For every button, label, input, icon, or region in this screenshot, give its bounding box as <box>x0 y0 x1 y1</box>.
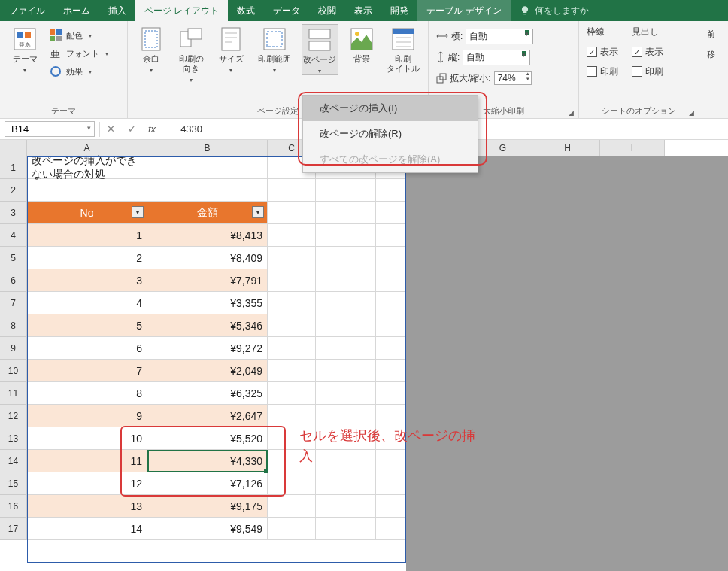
menu-remove-break[interactable]: 改ページの解除(R) <box>303 121 478 147</box>
cell[interactable]: 7 <box>27 360 147 382</box>
cell[interactable] <box>268 292 316 314</box>
tab-data[interactable]: データ <box>264 0 309 21</box>
cell[interactable]: 11 <box>27 450 147 472</box>
col-header-I[interactable]: I <box>600 140 665 156</box>
cell[interactable]: ¥2,647 <box>147 405 268 427</box>
scale-field[interactable]: 拡大/縮小: 74% <box>436 69 532 87</box>
width-field[interactable]: 横: 自動 <box>436 27 533 45</box>
height-field[interactable]: 縦: 自動 <box>436 48 530 66</box>
row-header[interactable]: 4 <box>0 224 27 247</box>
launcher-icon[interactable]: ◢ <box>569 109 574 117</box>
width-value[interactable]: 自動 <box>466 29 533 44</box>
cell[interactable] <box>316 314 376 337</box>
cell[interactable] <box>316 495 376 518</box>
row-header[interactable]: 12 <box>0 405 27 427</box>
cell[interactable] <box>268 518 316 540</box>
colors-button[interactable]: 配色▾ <box>50 27 108 44</box>
cell[interactable] <box>268 179 316 202</box>
cell[interactable]: ¥4,330 <box>147 450 268 472</box>
height-value[interactable]: 自動 <box>463 50 530 65</box>
tab-formulas[interactable]: 数式 <box>228 0 264 21</box>
cell[interactable] <box>268 495 316 518</box>
cell[interactable] <box>316 360 376 382</box>
cell[interactable]: 12 <box>27 472 147 495</box>
cell[interactable] <box>316 292 376 314</box>
tab-pagelayout[interactable]: ページ レイアウト <box>135 0 228 21</box>
cell[interactable] <box>27 179 147 202</box>
cell[interactable]: ¥6,325 <box>147 382 268 405</box>
arrange-move[interactable]: 移 <box>707 49 715 60</box>
cell[interactable]: ¥8,413 <box>147 224 268 247</box>
cell[interactable]: ¥3,355 <box>147 292 268 314</box>
row-header[interactable]: 16 <box>0 495 27 518</box>
cell[interactable]: 8 <box>27 382 147 405</box>
menu-insert-break[interactable]: 改ページの挿入(I) <box>303 96 478 121</box>
cell[interactable] <box>316 405 376 427</box>
printarea-button[interactable]: 印刷範囲▾ <box>255 24 294 74</box>
row-header[interactable]: 1 <box>0 156 27 179</box>
cell[interactable]: 1 <box>27 224 147 247</box>
cell[interactable] <box>376 224 406 247</box>
cell[interactable]: 14 <box>27 518 147 540</box>
cell[interactable] <box>316 269 376 292</box>
headings-show-check[interactable]: ✓表示 <box>632 44 663 60</box>
cell[interactable] <box>316 382 376 405</box>
cell[interactable] <box>376 247 406 269</box>
row-header[interactable]: 14 <box>0 450 27 472</box>
cell[interactable] <box>376 202 406 224</box>
cell[interactable] <box>268 405 316 427</box>
cell[interactable] <box>376 292 406 314</box>
cell[interactable] <box>376 518 406 540</box>
tab-file[interactable]: ファイル <box>0 0 54 21</box>
row-header[interactable]: 15 <box>0 472 27 495</box>
cell[interactable] <box>268 314 316 337</box>
cancel-icon[interactable]: ✕ <box>100 123 121 135</box>
row-header[interactable]: 11 <box>0 382 27 405</box>
fonts-button[interactable]: 亜 フォント▾ <box>50 45 108 62</box>
background-button[interactable]: 背景 <box>346 24 378 64</box>
themes-button[interactable]: 亜あ テーマ ▾ <box>8 24 42 74</box>
cell[interactable] <box>316 472 376 495</box>
cell[interactable] <box>376 360 406 382</box>
cell[interactable] <box>376 179 406 202</box>
name-box[interactable]: B14 <box>5 121 95 137</box>
table-header[interactable]: No▾ <box>27 202 147 224</box>
cell[interactable] <box>316 337 376 360</box>
cell[interactable]: ¥9,549 <box>147 518 268 540</box>
tab-insert[interactable]: 挿入 <box>99 0 135 21</box>
cell[interactable]: 10 <box>27 427 147 450</box>
cell[interactable] <box>147 179 268 202</box>
cell[interactable] <box>316 247 376 269</box>
cell[interactable] <box>316 179 376 202</box>
cell[interactable] <box>376 472 406 495</box>
cell[interactable] <box>376 314 406 337</box>
cell[interactable] <box>268 269 316 292</box>
col-header-B[interactable]: B <box>147 140 268 156</box>
launcher-icon[interactable]: ◢ <box>689 109 694 117</box>
row-header[interactable]: 6 <box>0 269 27 292</box>
row-header[interactable]: 5 <box>0 247 27 269</box>
cell[interactable] <box>268 224 316 247</box>
row-header[interactable]: 10 <box>0 360 27 382</box>
tab-developer[interactable]: 開発 <box>381 0 417 21</box>
row-header[interactable]: 9 <box>0 337 27 360</box>
cell[interactable]: ¥9,175 <box>147 495 268 518</box>
cell[interactable]: 13 <box>27 495 147 518</box>
cell[interactable] <box>376 269 406 292</box>
tab-tabledesign[interactable]: テーブル デザイン <box>417 0 510 21</box>
cell[interactable]: ¥7,791 <box>147 269 268 292</box>
size-button[interactable]: サイズ▾ <box>215 24 247 74</box>
orientation-button[interactable]: 印刷の 向き▾ <box>175 24 208 84</box>
row-header[interactable]: 7 <box>0 292 27 314</box>
cell[interactable] <box>376 337 406 360</box>
cell[interactable] <box>147 156 268 179</box>
cell[interactable] <box>376 382 406 405</box>
cell[interactable] <box>316 518 376 540</box>
select-all-corner[interactable] <box>0 140 27 156</box>
enter-icon[interactable]: ✓ <box>121 123 142 135</box>
cell[interactable]: 2 <box>27 247 147 269</box>
margins-button[interactable]: 余白▾ <box>135 24 168 74</box>
scale-value[interactable]: 74% <box>494 71 532 85</box>
cell[interactable]: 3 <box>27 269 147 292</box>
row-header[interactable]: 2 <box>0 179 27 202</box>
